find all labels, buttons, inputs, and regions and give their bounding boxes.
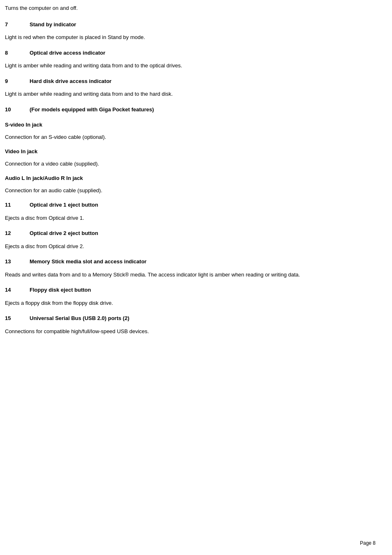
section-8-number: 8 [5,49,30,57]
page-number: Page 8 [360,540,376,546]
subsection-svideo-body: Connection for an S-video cable (optiona… [5,133,376,141]
subsection-video-title: Video In jack [5,147,376,156]
section-10-title: (For models equipped with Giga Pocket fe… [30,106,154,114]
subsection-audio: Audio L In jack/Audio R In jack Connecti… [5,174,376,194]
section-7-body: Light is red when the computer is placed… [5,33,376,41]
page-footer: Page 8 [360,539,376,547]
section-10-header: 10 (For models equipped with Giga Pocket… [5,106,376,114]
section-8: 8 Optical drive access indicator Light i… [5,49,376,70]
section-8-title: Optical drive access indicator [30,49,105,57]
intro-text: Turns the computer on and off. [5,4,376,12]
section-14-header: 14 Floppy disk eject button [5,286,376,294]
section-11-header: 11 Optical drive 1 eject button [5,201,376,209]
section-7-title: Stand by indicator [30,21,76,29]
section-9-body: Light is amber while reading and writing… [5,90,376,98]
section-9-number: 9 [5,77,30,85]
subsection-svideo-title: S-video In jack [5,121,376,129]
section-11-number: 11 [5,201,30,209]
section-12-number: 12 [5,229,30,237]
section-9-header: 9 Hard disk drive access indicator [5,77,376,85]
subsection-video: Video In jack Connection for a video cab… [5,147,376,168]
section-13-title: Memory Stick media slot and access indic… [30,258,147,266]
section-14: 14 Floppy disk eject button Ejects a flo… [5,286,376,307]
section-7-number: 7 [5,21,30,29]
section-15-title: Universal Serial Bus (USB 2.0) ports (2) [30,314,129,322]
subsection-video-body: Connection for a video cable (supplied). [5,160,376,168]
section-13-header: 13 Memory Stick media slot and access in… [5,258,376,266]
section-7: 7 Stand by indicator Light is red when t… [5,21,376,41]
section-13: 13 Memory Stick media slot and access in… [5,258,376,279]
section-11-title: Optical drive 1 eject button [30,201,98,209]
section-12: 12 Optical drive 2 eject button Ejects a… [5,229,376,250]
section-8-header: 8 Optical drive access indicator [5,49,376,57]
section-13-body: Reads and writes data from and to a Memo… [5,271,376,279]
section-12-title: Optical drive 2 eject button [30,229,98,237]
section-10-number: 10 [5,106,30,114]
section-9-title: Hard disk drive access indicator [30,77,111,85]
section-9: 9 Hard disk drive access indicator Light… [5,77,376,98]
section-8-body: Light is amber while reading and writing… [5,62,376,70]
section-14-body: Ejects a floppy disk from the floppy dis… [5,299,376,307]
section-15-header: 15 Universal Serial Bus (USB 2.0) ports … [5,314,376,322]
section-11-body: Ejects a disc from Optical drive 1. [5,214,376,222]
section-15-number: 15 [5,314,30,322]
subsection-svideo: S-video In jack Connection for an S-vide… [5,121,376,141]
section-7-header: 7 Stand by indicator [5,21,376,29]
section-12-body: Ejects a disc from Optical drive 2. [5,242,376,251]
subsection-audio-body: Connection for an audio cable (supplied)… [5,187,376,195]
section-12-header: 12 Optical drive 2 eject button [5,229,376,237]
section-13-number: 13 [5,258,30,266]
section-11: 11 Optical drive 1 eject button Ejects a… [5,201,376,222]
subsection-audio-title: Audio L In jack/Audio R In jack [5,174,376,182]
section-14-title: Floppy disk eject button [30,286,91,294]
section-15-body: Connections for compatible high/full/low… [5,327,376,336]
section-10: 10 (For models equipped with Giga Pocket… [5,106,376,114]
section-15: 15 Universal Serial Bus (USB 2.0) ports … [5,314,376,335]
section-14-number: 14 [5,286,30,294]
